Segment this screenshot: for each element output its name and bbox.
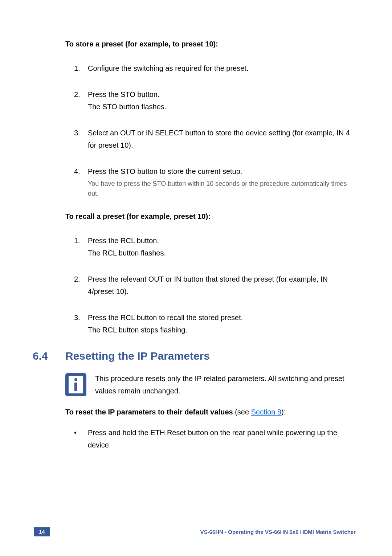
store-preset-heading: To store a preset (for example, to prese…	[65, 40, 356, 48]
store-steps-list: 1. Configure the switching as required f…	[65, 62, 356, 199]
info-callout: This procedure resets only the IP relate…	[65, 372, 356, 397]
list-item: 3. Select an OUT or IN SELECT button to …	[74, 127, 356, 151]
step-text: Press the RCL button to recall the store…	[88, 314, 243, 322]
step-note: You have to press the STO button within …	[88, 179, 356, 199]
step-text: Select an OUT or IN SELECT button to sto…	[88, 127, 356, 151]
bullet-text: Press and hold the ETH Reset button on t…	[88, 426, 356, 451]
section-title: Resetting the IP Parameters	[65, 350, 210, 362]
page-footer: 14 VS-66HN - Operating the VS-66HN 6x6 H…	[0, 527, 392, 536]
reset-heading: To reset the IP parameters to their defa…	[65, 408, 356, 416]
reset-heading-bold: To reset the IP parameters to their defa…	[65, 408, 233, 416]
step-number: 1.	[74, 62, 88, 74]
step-number: 3.	[74, 127, 88, 151]
info-text: This procedure resets only the IP relate…	[95, 372, 356, 397]
page-number: 14	[34, 527, 50, 536]
step-subtext: The RCL button stops flashing.	[88, 326, 187, 334]
step-text: Press the STO button to store the curren…	[88, 167, 242, 175]
step-number: 4.	[74, 165, 88, 199]
footer-title: VS-66HN - Operating the VS-66HN 6x6 HDMI…	[200, 529, 356, 535]
section-number: 6.4	[33, 350, 65, 362]
recall-steps-list: 1. Press the RCL button. The RCL button …	[65, 234, 356, 336]
step-subtext: The RCL button flashes.	[88, 249, 166, 257]
step-text: Press the RCL button.	[88, 237, 159, 245]
step-number: 2.	[74, 273, 88, 298]
section-heading: 6.4 Resetting the IP Parameters	[33, 350, 356, 362]
reset-heading-tail: ):	[281, 408, 286, 416]
section-8-link[interactable]: Section 8	[251, 408, 281, 416]
list-item: 1. Press the RCL button. The RCL button …	[74, 234, 356, 259]
reset-heading-plain: (see	[233, 408, 251, 416]
list-item: 1. Configure the switching as required f…	[74, 62, 356, 74]
recall-preset-heading: To recall a preset (for example, preset …	[65, 212, 356, 221]
list-item: 2. Press the relevant OUT or IN button t…	[74, 273, 356, 298]
list-item: • Press and hold the ETH Reset button on…	[74, 426, 356, 451]
step-number: 1.	[74, 234, 88, 259]
info-icon	[65, 373, 86, 396]
step-number: 2.	[74, 88, 88, 113]
reset-bullet-list: • Press and hold the ETH Reset button on…	[65, 426, 356, 451]
list-item: 3. Press the RCL button to recall the st…	[74, 311, 356, 336]
list-item: 4. Press the STO button to store the cur…	[74, 165, 356, 199]
step-subtext: The STO button flashes.	[88, 103, 166, 111]
step-number: 3.	[74, 311, 88, 336]
step-text: Press the STO button.	[88, 90, 160, 98]
list-item: 2. Press the STO button. The STO button …	[74, 88, 356, 113]
step-text: Configure the switching as required for …	[88, 62, 356, 74]
bullet-icon: •	[74, 426, 88, 451]
step-text: Press the relevant OUT or IN button that…	[88, 273, 356, 298]
